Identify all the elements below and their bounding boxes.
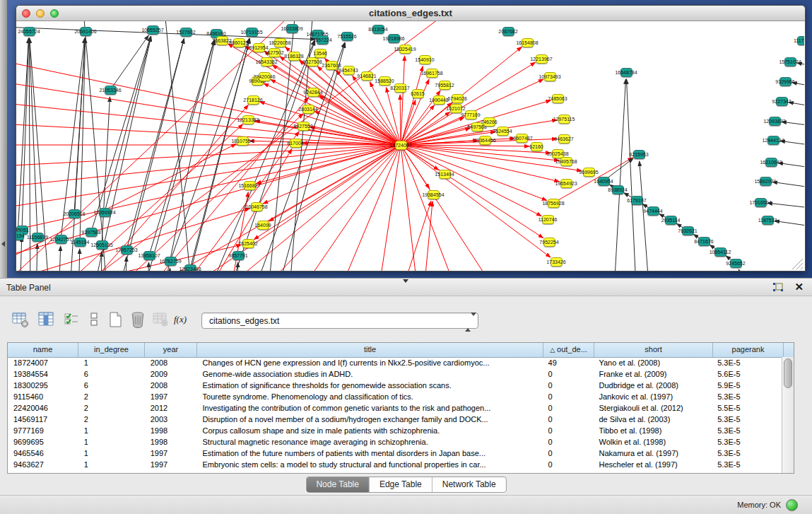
graph-node[interactable]: 10654112 <box>714 247 726 257</box>
graph-node[interactable]: 2087682 <box>502 27 514 36</box>
tab-edge-table[interactable]: Edge Table <box>370 477 433 492</box>
graph-node[interactable]: 2803144 <box>302 105 314 114</box>
graph-node[interactable]: 17016504 <box>755 198 767 207</box>
graph-node[interactable]: 39154 <box>16 231 24 240</box>
graph-node[interactable]: 10655257 <box>147 25 159 35</box>
graph-node[interactable]: 12213383 <box>242 115 254 124</box>
graph-node[interactable]: 18325419 <box>399 45 411 54</box>
graph-node[interactable]: 2935114 <box>665 216 677 225</box>
table-row[interactable]: 1830029562008Estimation of significance … <box>8 380 782 391</box>
graph-node[interactable]: 16648784 <box>620 68 632 77</box>
graph-node[interactable]: 18724007 <box>395 141 407 150</box>
graph-node[interactable]: 817004 <box>290 139 302 148</box>
graph-node[interactable]: 9329966 <box>779 77 792 86</box>
graph-node[interactable]: 9474444 <box>647 206 659 216</box>
graph-node[interactable]: 7632621 <box>682 226 694 235</box>
create-table-icon[interactable] <box>106 310 124 329</box>
graph-node[interactable]: 12042757 <box>55 235 67 244</box>
graph-node[interactable]: 1640954 <box>598 177 610 186</box>
row-height-icon[interactable] <box>85 310 103 329</box>
graph-node[interactable]: 10973493 <box>544 72 556 81</box>
graph-node[interactable]: 9777169 <box>465 110 477 119</box>
graph-node[interactable]: 1990448 <box>433 95 445 105</box>
float-panel-icon[interactable] <box>772 282 784 293</box>
column-header-in_degree[interactable]: in_degree <box>78 343 145 357</box>
graph-node[interactable]: 11156819 <box>32 233 44 242</box>
graph-node[interactable]: 1513494 <box>439 170 451 179</box>
graph-node[interactable]: 9227343 <box>776 97 788 106</box>
graph-node[interactable]: 15166827 <box>244 181 256 190</box>
graph-node[interactable]: 18226058 <box>274 38 286 47</box>
graph-node[interactable]: 1120746 <box>542 215 554 224</box>
graph-node[interactable]: 16961758 <box>426 69 438 78</box>
graph-node[interactable]: 22420046 <box>259 72 271 81</box>
graph-node[interactable]: 8220317 <box>394 83 406 93</box>
graph-node[interactable]: 8454743 <box>343 66 355 75</box>
graph-node[interactable]: 7952254 <box>543 238 555 247</box>
select-columns-icon[interactable] <box>62 310 81 329</box>
tab-network-table[interactable]: Network Table <box>433 477 506 492</box>
delete-table-icon[interactable] <box>129 310 147 329</box>
graph-node[interactable]: 7625402 <box>242 239 254 248</box>
graph-node[interactable]: 8938924 <box>612 185 624 194</box>
graph-node[interactable]: 3624554 <box>497 127 509 136</box>
column-header-title[interactable]: title <box>197 343 543 357</box>
graph-node[interactable]: 8427552 <box>298 122 310 131</box>
graph-node[interactable]: 8471676 <box>698 237 710 246</box>
graph-node[interactable]: 12923448 <box>184 264 196 271</box>
graph-node[interactable]: 62615 <box>412 89 424 98</box>
column-header-name[interactable]: name <box>8 343 78 357</box>
graph-node[interactable]: 19495768 <box>560 157 572 166</box>
graph-node[interactable]: 10607487 <box>516 134 528 143</box>
graph-node[interactable]: 164099 <box>257 221 269 230</box>
graph-node[interactable]: 7485063 <box>552 94 564 103</box>
graph-node[interactable]: 7663822 <box>216 36 228 45</box>
graph-node[interactable]: 1117534 <box>797 36 805 45</box>
table-body[interactable]: 1872400712008Changes of HCN gene express… <box>8 357 782 473</box>
graph-node[interactable]: 15751074 <box>784 57 796 66</box>
table-row[interactable]: 1872400712008Changes of HCN gene express… <box>8 357 782 368</box>
graph-node[interactable]: 8813054 <box>372 25 384 34</box>
graph-node[interactable]: 12975115 <box>558 115 570 124</box>
graph-node[interactable]: 8860123 <box>233 38 245 47</box>
table-selector-dropdown[interactable]: citations_edges.txt <box>201 313 478 329</box>
graph-node[interactable]: 1187533 <box>762 216 774 225</box>
network-canvas[interactable]: 2405572420691406106552571527602846616010… <box>16 21 804 271</box>
function-builder-icon[interactable]: f(x) <box>174 310 192 329</box>
scrollbar-thumb[interactable] <box>784 358 792 388</box>
tab-node-table[interactable]: Node Table <box>306 477 370 492</box>
graph-node[interactable]: 21053346 <box>105 86 117 95</box>
graph-node[interactable]: 12213967 <box>536 54 548 64</box>
graph-node[interactable]: 9327508 <box>307 57 319 66</box>
graph-node[interactable]: 7515526 <box>341 32 353 41</box>
graph-node[interactable]: 12444134 <box>767 136 779 145</box>
graph-node[interactable]: 62160 <box>531 142 543 151</box>
graph-node[interactable]: 20691406 <box>80 27 92 36</box>
graph-node[interactable]: 18756928 <box>548 199 560 208</box>
graph-node[interactable]: 9245652 <box>730 259 742 268</box>
graph-node[interactable]: 8912954 <box>253 43 265 52</box>
graph-node[interactable]: 8186328 <box>288 52 300 61</box>
graph-node[interactable]: 8215953 <box>633 150 645 159</box>
graph-node[interactable]: 9699695 <box>583 168 595 177</box>
graph-node[interactable]: 16782759 <box>165 257 177 266</box>
graph-node[interactable]: 20364456 <box>479 136 491 145</box>
graph-node[interactable]: 9397588 <box>86 228 98 237</box>
graph-node[interactable]: 2367608 <box>326 61 338 70</box>
graph-node[interactable]: 16154808 <box>522 38 534 47</box>
graph-node[interactable]: 19654923 <box>560 179 572 188</box>
graph-node[interactable]: 16046758 <box>251 202 263 211</box>
table-row[interactable]: 977716911998Corpus callosum shape and si… <box>8 425 782 436</box>
graph-node[interactable]: 1621072 <box>450 104 462 113</box>
table-row[interactable]: 946554611997Estimation of the future num… <box>8 448 782 459</box>
table-row[interactable]: 969969511998Structural magnetic resonanc… <box>8 436 782 448</box>
table-row[interactable]: 2242004622012Investigating the contribut… <box>8 402 782 414</box>
graph-node[interactable]: 7857224 <box>317 35 329 45</box>
graph-node[interactable]: 16543382 <box>261 57 273 66</box>
column-header-out_de[interactable]: △out_de... <box>543 343 594 357</box>
graph-node[interactable]: 1733426 <box>551 257 563 267</box>
graph-node[interactable]: 15892971 <box>760 177 772 186</box>
graph-node[interactable]: 12093872 <box>769 117 781 126</box>
graph-node[interactable]: 1588520 <box>379 76 391 86</box>
graph-node[interactable]: 1540910 <box>419 55 431 64</box>
